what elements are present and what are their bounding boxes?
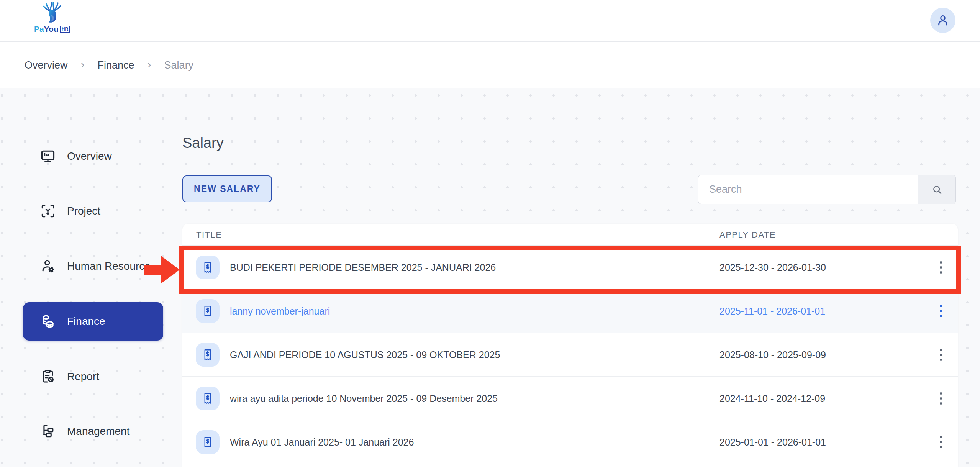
row-actions-kebab-menu[interactable] bbox=[932, 344, 949, 365]
sidebar-item-report[interactable]: Report bbox=[23, 357, 163, 396]
sidebar-item-management[interactable]: Management bbox=[23, 412, 163, 451]
top-header: PaYouHR bbox=[0, 0, 980, 42]
person-gear-icon bbox=[39, 257, 57, 275]
sidebar-item-finance[interactable]: Finance bbox=[23, 302, 163, 341]
breadcrumb-finance[interactable]: Finance bbox=[98, 59, 134, 71]
brand-name: PaYouHR bbox=[34, 25, 70, 34]
salary-table-card: TITLE APPLY DATE BUDI PEKERTI PERIODE DE… bbox=[182, 224, 958, 467]
salary-title-cell[interactable]: GAJI ANDI PERIODE 10 AGUSTUS 2025 - 09 O… bbox=[230, 333, 500, 377]
brand-name-part2: You bbox=[44, 25, 59, 34]
brand-name-part1: Pa bbox=[34, 25, 44, 34]
coins-icon bbox=[39, 312, 57, 331]
receipt-dollar-icon bbox=[196, 343, 220, 367]
sidebar-label: Human Resource bbox=[67, 260, 151, 272]
apply-date-cell: 2025-12-30 - 2026-01-30 bbox=[719, 246, 826, 289]
row-actions-kebab-menu[interactable] bbox=[932, 257, 949, 278]
table-row[interactable]: wira ayu adita periode 10 November 2025 … bbox=[182, 377, 958, 420]
sidebar-label: Project bbox=[67, 205, 100, 217]
receipt-dollar-icon bbox=[196, 387, 220, 410]
clipboard-clock-icon bbox=[39, 367, 57, 386]
breadcrumb-salary: Salary bbox=[164, 59, 194, 71]
sidebar-label: Management bbox=[67, 425, 129, 438]
salary-title-cell[interactable]: lanny november-januari bbox=[230, 289, 330, 333]
monitor-icon bbox=[39, 147, 57, 165]
table-row[interactable]: GAJI ANDI PERIODE 10 AGUSTUS 2025 - 09 O… bbox=[182, 333, 958, 377]
receipt-dollar-icon bbox=[196, 256, 220, 279]
search-button[interactable] bbox=[918, 175, 955, 204]
chevron-right-icon: › bbox=[147, 58, 151, 71]
person-icon bbox=[936, 13, 950, 28]
table-row[interactable]: BUDI PEKERTI PERIODE DESEMBER 2025 - JAN… bbox=[182, 246, 958, 289]
column-header-apply-date: APPLY DATE bbox=[719, 224, 776, 246]
salary-title-cell[interactable]: wira ayu adita periode 10 November 2025 … bbox=[230, 377, 498, 420]
receipt-dollar-icon bbox=[196, 430, 220, 454]
page-title: Salary bbox=[182, 135, 224, 151]
salary-table-body: BUDI PEKERTI PERIODE DESEMBER 2025 - JAN… bbox=[182, 246, 958, 464]
apply-date-cell: 2025-08-10 - 2025-09-09 bbox=[719, 333, 826, 377]
new-salary-button[interactable]: NEW SALARY bbox=[182, 175, 272, 202]
receipt-dollar-icon bbox=[196, 299, 220, 323]
brand-hr-badge: HR bbox=[60, 26, 70, 33]
sidebar-item-human-resource[interactable]: Human Resource bbox=[23, 247, 163, 285]
org-tree-icon bbox=[39, 422, 57, 441]
row-actions-kebab-menu[interactable] bbox=[932, 300, 949, 322]
brand-logo[interactable]: PaYouHR bbox=[29, 2, 75, 41]
search-input[interactable] bbox=[698, 175, 918, 204]
user-avatar-button[interactable] bbox=[930, 8, 955, 33]
table-row[interactable]: Wira Ayu 01 Januari 2025- 01 Januari 202… bbox=[182, 420, 958, 464]
sidebar-label: Report bbox=[67, 370, 99, 383]
apply-date-cell: 2024-11-10 - 2024-12-09 bbox=[719, 377, 825, 420]
breadcrumb-overview[interactable]: Overview bbox=[25, 59, 68, 71]
table-row[interactable]: lanny november-januari 2025-11-01 - 2026… bbox=[182, 289, 958, 333]
app-window: PaYouHR Overview › Finance › Salary bbox=[0, 0, 980, 467]
apply-date-cell: 2025-01-01 - 2026-01-01 bbox=[719, 420, 826, 464]
salary-title-cell[interactable]: Wira Ayu 01 Januari 2025- 01 Januari 202… bbox=[230, 420, 414, 464]
row-actions-kebab-menu[interactable] bbox=[932, 388, 949, 409]
object-select-icon bbox=[39, 202, 57, 220]
search-icon bbox=[931, 184, 943, 196]
column-header-title: TITLE bbox=[196, 224, 222, 246]
row-actions-kebab-menu[interactable] bbox=[932, 431, 949, 453]
deer-logo-icon bbox=[41, 2, 64, 25]
chevron-right-icon: › bbox=[81, 58, 85, 71]
sidebar-label: Finance bbox=[67, 315, 105, 328]
table-header-row: TITLE APPLY DATE bbox=[182, 224, 958, 246]
sidebar-item-overview[interactable]: Overview bbox=[23, 137, 163, 175]
sidebar-label: Overview bbox=[67, 150, 112, 162]
sidebar-item-project[interactable]: Project bbox=[23, 192, 163, 230]
salary-title-cell[interactable]: BUDI PEKERTI PERIODE DESEMBER 2025 - JAN… bbox=[230, 246, 496, 289]
breadcrumb: Overview › Finance › Salary bbox=[0, 42, 980, 88]
search-bar bbox=[698, 175, 956, 204]
apply-date-cell: 2025-11-01 - 2026-01-01 bbox=[719, 289, 825, 333]
